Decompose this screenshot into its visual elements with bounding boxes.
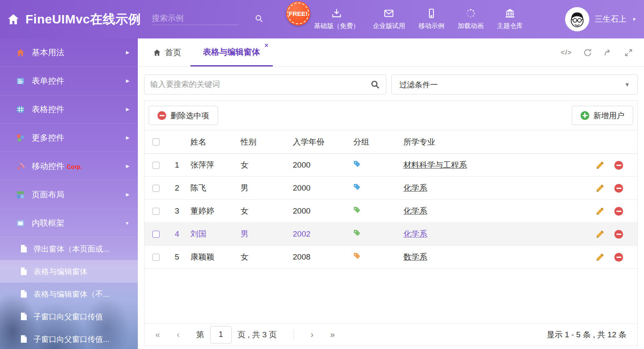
edit-icon[interactable] (596, 184, 604, 193)
chevron-down-icon: ▼ (624, 82, 630, 88)
user-menu[interactable]: 三生石上 ▼ (565, 0, 636, 38)
nav-label: 移动示例 (418, 22, 444, 31)
cell-year: 2000 (287, 206, 348, 216)
delete-icon[interactable] (614, 184, 623, 193)
app-title: FineUIMvc在线示例 (25, 11, 141, 28)
chevron-right-icon: ▶ (126, 135, 129, 140)
row-checkbox[interactable] (152, 231, 160, 238)
sidebar-subitem-child-to-parent[interactable]: 子窗口向父窗口传值 (0, 305, 138, 328)
cell-name: 刘国 (185, 229, 235, 239)
nav-loading-animation[interactable]: 加载动画 (458, 8, 484, 31)
table-header-row: 姓名 性别 入学年份 分组 所学专业 (145, 130, 637, 154)
nav-label: 企业版试用 (373, 22, 406, 31)
select-all-checkbox[interactable] (152, 138, 160, 145)
row-number: 4 (167, 229, 185, 239)
sidebar-subitem-child-to-parent-2[interactable]: 子窗口向父窗口传值... (0, 328, 138, 349)
expand-icon[interactable] (624, 48, 633, 57)
search-icon[interactable] (370, 79, 380, 89)
nav-basic-free[interactable]: 基础版（免费） (314, 8, 360, 31)
cell-gender: 女 (235, 160, 287, 171)
delete-icon[interactable] (614, 161, 623, 170)
sidebar-item-label: 基本用法 (32, 47, 64, 58)
grid-toolbar: 删除选中项 新增用户 (145, 101, 637, 130)
major-link[interactable]: 化学系 (403, 206, 427, 215)
data-grid: 姓名 性别 入学年份 分组 所学专业 1 张萍萍 女 2000 (145, 130, 637, 324)
last-page-button[interactable]: » (330, 330, 335, 339)
tag-icon (353, 252, 360, 260)
sidebar-item-more-controls[interactable]: 更多控件 ▶ (0, 124, 138, 152)
row-checkbox[interactable] (152, 162, 160, 169)
chevron-right-icon: ▶ (126, 78, 129, 84)
sidebar-subitem-grid-edit-window-2[interactable]: 表格与编辑窗体（不... (0, 283, 138, 305)
file-icon (20, 335, 28, 343)
sidebar-item-page-layout[interactable]: 页面布局 ▶ (0, 181, 138, 209)
chevron-down-icon: ▼ (632, 17, 636, 22)
nav-enterprise-trial[interactable]: 企业版试用 (373, 8, 406, 31)
header-nav: 基础版（免费） 企业版试用 移动示例 加载动画 (314, 0, 523, 38)
code-icon[interactable]: </> (561, 49, 572, 56)
close-icon[interactable]: × (264, 42, 268, 49)
edit-icon[interactable] (596, 253, 604, 262)
free-badge: FREE! (286, 1, 310, 25)
nav-label: 基础版（免费） (314, 22, 360, 31)
user-name: 三生石上 (595, 14, 626, 25)
table-row[interactable]: 2 陈飞 男 2000 化学系 (145, 177, 637, 200)
next-page-button[interactable]: › (311, 330, 314, 339)
filter-dropdown[interactable]: 过滤条件一 ▼ (391, 74, 638, 94)
search-icon[interactable] (254, 14, 264, 23)
delete-selected-button[interactable]: 删除选中项 (149, 106, 218, 125)
sidebar-item-form-controls[interactable]: 表单控件 ▶ (0, 67, 138, 95)
tab-home[interactable]: 首页 (144, 38, 190, 66)
table-row-selected[interactable]: 4 刘国 男 2002 化学系 (145, 223, 637, 246)
delete-icon[interactable] (614, 253, 623, 262)
edit-icon[interactable] (596, 161, 604, 170)
row-checkbox[interactable] (152, 208, 160, 215)
minus-circle-icon (157, 111, 166, 120)
page-number-input[interactable] (210, 326, 232, 344)
row-checkbox[interactable] (152, 254, 160, 261)
tag-icon (353, 160, 360, 168)
keyword-search-input[interactable] (150, 80, 370, 89)
major-link[interactable]: 化学系 (403, 183, 427, 192)
header-gender: 性别 (235, 137, 287, 148)
refresh-icon[interactable] (583, 48, 592, 57)
major-link[interactable]: 材料科学与工程系 (403, 160, 467, 169)
row-checkbox[interactable] (152, 185, 160, 192)
major-link[interactable]: 化学系 (403, 229, 427, 238)
sidebar-item-inline-frame[interactable]: 内联框架 ▼ (0, 209, 138, 237)
share-icon[interactable] (603, 48, 613, 57)
nav-theme-store[interactable]: 主题仓库 (497, 8, 523, 31)
sidebar-subitem-popup-window[interactable]: 弹出窗体（本页面或... (0, 237, 138, 260)
table-row[interactable]: 3 董婷婷 女 2000 化学系 (145, 200, 637, 223)
sidebar-subitem-grid-edit-window[interactable]: 表格与编辑窗体 (0, 260, 138, 283)
layout-icon (16, 190, 25, 199)
sidebar: 基本用法 ▶ 表单控件 ▶ 表格控件 ▶ 更多控件 ▶ 移动控件 (0, 38, 138, 349)
header-search-input[interactable] (152, 14, 254, 23)
sidebar-item-label: 更多控件 (32, 132, 64, 143)
nav-label: 主题仓库 (497, 22, 523, 31)
add-user-button[interactable]: 新增用户 (572, 106, 633, 125)
sidebar-item-mobile-controls[interactable]: 移动控件 Corp. ▶ (0, 152, 138, 181)
edit-icon[interactable] (596, 230, 604, 239)
nav-mobile-demo[interactable]: 移动示例 (418, 8, 444, 31)
sidebar-item-basic-usage[interactable]: 基本用法 ▶ (0, 38, 138, 67)
brand[interactable]: FineUIMvc在线示例 (0, 11, 141, 28)
sidebar-item-grid-controls[interactable]: 表格控件 ▶ (0, 95, 138, 124)
delete-icon[interactable] (614, 230, 623, 239)
body-row: 基本用法 ▶ 表单控件 ▶ 表格控件 ▶ 更多控件 ▶ 移动控件 (0, 38, 644, 349)
sidebar-item-label: 内联框架 (32, 217, 64, 229)
envelope-icon (383, 8, 394, 19)
home-icon (153, 48, 161, 57)
edit-icon[interactable] (596, 207, 604, 216)
major-link[interactable]: 数学系 (403, 252, 427, 261)
prev-page-button[interactable]: ‹ (177, 330, 180, 339)
table-row[interactable]: 1 张萍萍 女 2000 材料科学与工程系 (145, 154, 637, 177)
delete-icon[interactable] (614, 207, 623, 216)
row-number: 5 (167, 252, 185, 262)
file-icon (20, 245, 28, 253)
table-row[interactable]: 5 康颖颖 女 2008 数学系 (145, 246, 637, 269)
sidebar-item-label: 移动控件 (32, 160, 64, 172)
cell-gender: 女 (235, 206, 287, 217)
first-page-button[interactable]: « (155, 330, 160, 339)
tab-grid-edit-window[interactable]: 表格与编辑窗体 × (190, 38, 273, 66)
